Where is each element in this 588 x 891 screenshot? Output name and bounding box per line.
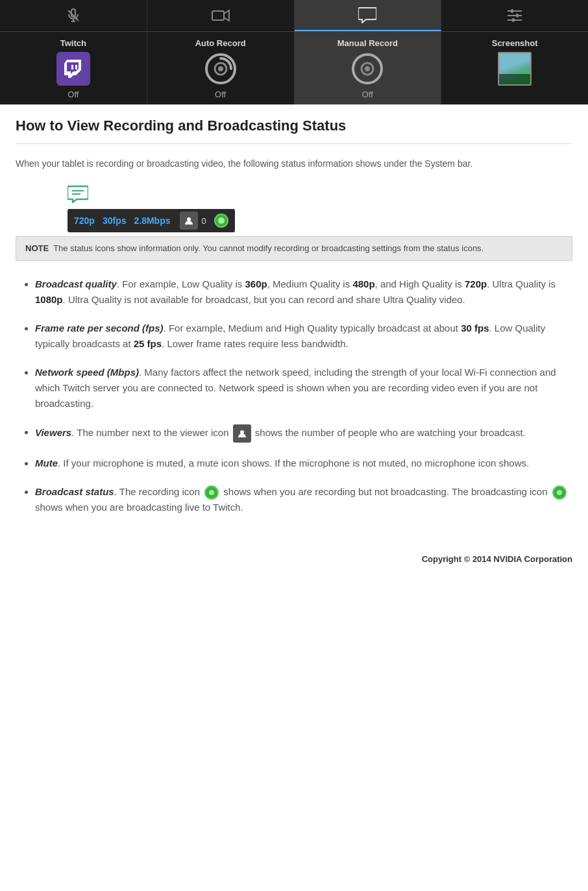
bullet-mute: Mute. If your microphone is muted, a mut…	[35, 456, 572, 471]
bullet-1-h4: 1080p	[35, 294, 63, 305]
auto-record-toolbar-item[interactable]: Auto Record Off	[147, 32, 295, 104]
viewer-count-status: 0	[202, 216, 206, 226]
manual-record-icon-container	[350, 52, 384, 86]
twitch-logo-icon	[56, 52, 90, 86]
note-text: The status icons show information only. …	[53, 243, 484, 253]
svg-point-19	[365, 66, 370, 71]
screenshot-icon-container	[498, 52, 532, 86]
copyright-text: Copyright © 2014 NVIDIA Corporation	[422, 554, 572, 564]
bullet-2-h1: 30 fps	[461, 323, 489, 334]
manual-record-icon	[350, 52, 384, 86]
svg-rect-11	[512, 18, 515, 22]
broadcast-dot-inner	[218, 217, 225, 224]
bullet-5-term: Mute	[35, 458, 58, 469]
bullet-6-term: Broadcast status	[35, 486, 114, 497]
bullet-3-term: Network speed (Mbps)	[35, 367, 139, 378]
screenshot-thumb-inner	[499, 53, 530, 84]
screenshot-thumbnail	[498, 52, 532, 86]
note-label: NOTE	[25, 243, 49, 253]
status-viewers-group: 0	[178, 212, 206, 230]
bullet-network-speed: Network speed (Mbps). Many factors affec…	[35, 365, 572, 411]
bullet-broadcast-status: Broadcast status. The recording icon sho…	[35, 484, 572, 515]
auto-record-icon	[204, 52, 238, 86]
bullet-1-h2: 480p	[352, 278, 374, 289]
twitch-label: Twitch	[60, 38, 86, 48]
bullet-4-term: Viewers	[35, 426, 71, 437]
broadcast-dot-status	[214, 214, 228, 228]
manual-record-status: Off	[362, 90, 373, 99]
sliders-icon	[506, 8, 523, 23]
chat-bubble-icon	[358, 6, 376, 23]
tab-manual-record-icon[interactable]	[295, 0, 442, 31]
footer: Copyright © 2014 NVIDIA Corporation	[0, 541, 588, 574]
manual-record-label: Manual Record	[337, 38, 398, 48]
main-content: How to View Recording and Broadcasting S…	[0, 104, 588, 541]
svg-rect-10	[516, 14, 519, 18]
auto-record-icon-container	[204, 52, 238, 86]
heading-divider	[16, 143, 572, 144]
mic-slash-icon	[66, 8, 81, 23]
twitch-status: Off	[67, 90, 79, 99]
inline-broadcasting-icon	[552, 485, 567, 500]
bullet-2-h2: 25 fps	[134, 338, 162, 349]
tab-twitch-icon[interactable]	[0, 0, 147, 31]
auto-record-label: Auto Record	[195, 38, 246, 48]
bullet-frame-rate: Frame rate per second (fps). For example…	[35, 321, 572, 352]
svg-rect-9	[511, 9, 513, 13]
toolbar-top-icons	[0, 0, 588, 32]
note-box: NOTE The status icons show information o…	[16, 236, 572, 261]
auto-record-status: Off	[215, 90, 226, 99]
twitch-toolbar-item[interactable]: Twitch Off	[0, 32, 147, 104]
bullet-broadcast-quality: Broadcast quality. For example, Low Qual…	[35, 276, 572, 308]
bullet-viewers: Viewers. The number next to the viewer i…	[35, 424, 572, 443]
tab-screenshot-icon[interactable]	[441, 0, 588, 31]
svg-rect-4	[212, 11, 224, 20]
svg-marker-5	[224, 10, 229, 21]
inline-recording-icon	[204, 485, 219, 500]
bullet-1-term: Broadcast quality	[35, 278, 117, 289]
status-chat-icon	[67, 185, 572, 208]
status-fps: 30fps	[103, 215, 127, 226]
bullet-2-term: Frame rate per second (fps)	[35, 323, 164, 334]
bullet-1-h1: 360p	[245, 278, 267, 289]
main-toolbar: Twitch Off Auto Record Off Ma	[0, 32, 588, 104]
tab-auto-record-icon[interactable]	[147, 0, 295, 31]
svg-rect-13	[75, 65, 77, 69]
intro-paragraph: When your tablet is recording or broadca…	[16, 157, 572, 171]
video-camera-icon	[212, 8, 230, 23]
svg-rect-12	[71, 65, 73, 69]
screenshot-toolbar-item[interactable]: Screenshot	[441, 32, 588, 104]
status-resolution: 720p	[74, 215, 95, 226]
bullet-1-h3: 720p	[465, 278, 487, 289]
screenshot-label: Screenshot	[492, 38, 538, 48]
inline-viewer-icon	[233, 424, 251, 443]
status-bar-area: 720p 30fps 2.8Mbps 0	[67, 185, 572, 232]
viewer-icon-status	[180, 212, 198, 230]
status-bar: 720p 30fps 2.8Mbps 0	[67, 209, 235, 232]
bullet-list: Broadcast quality. For example, Low Qual…	[16, 276, 572, 515]
status-bitrate: 2.8Mbps	[134, 215, 171, 226]
manual-record-toolbar-item[interactable]: Manual Record Off	[295, 32, 442, 104]
svg-point-16	[218, 66, 223, 71]
twitch-icon-container	[56, 52, 90, 86]
page-heading: How to View Recording and Broadcasting S…	[16, 117, 572, 134]
